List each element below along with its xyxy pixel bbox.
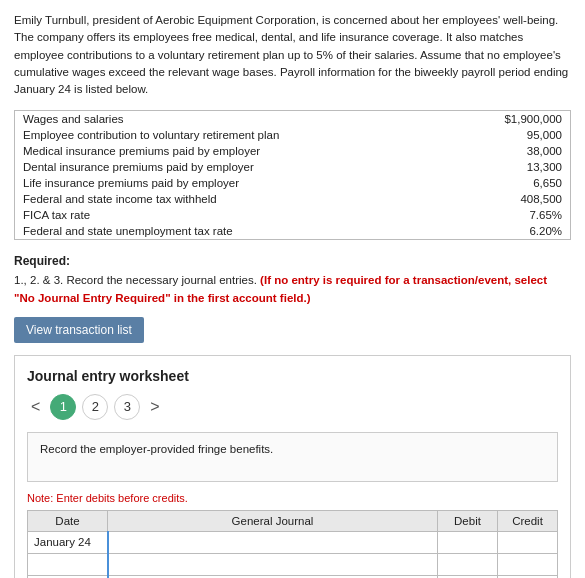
journal-table: Date General Journal Debit Credit Januar… <box>27 510 558 578</box>
payroll-row-value-7: 6.20% <box>376 223 570 239</box>
view-transaction-button[interactable]: View transaction list <box>14 317 144 343</box>
required-text-normal: 1., 2. & 3. Record the necessary journal… <box>14 274 260 286</box>
col-header-debit: Debit <box>438 510 498 531</box>
intro-paragraph: Emily Turnbull, president of Aerobic Equ… <box>14 12 571 98</box>
required-section: Required: 1., 2. & 3. Record the necessa… <box>14 254 571 307</box>
journal-card: Journal entry worksheet < 1 2 3 > Record… <box>14 355 571 578</box>
nav-page-3[interactable]: 3 <box>114 394 140 420</box>
journal-row-date-0: January 24 <box>28 531 108 553</box>
journal-row-journal-input-1[interactable] <box>109 554 438 575</box>
payroll-row-label-1: Employee contribution to voluntary retir… <box>15 127 376 143</box>
journal-nav: < 1 2 3 > <box>27 394 558 420</box>
payroll-row-label-6: FICA tax rate <box>15 207 376 223</box>
payroll-table: Wages and salaries$1,900,000Employee con… <box>14 110 571 240</box>
nav-page-2[interactable]: 2 <box>82 394 108 420</box>
col-header-general-journal: General Journal <box>108 510 438 531</box>
journal-row-credit-1[interactable] <box>498 553 558 575</box>
nav-next-arrow[interactable]: > <box>146 398 163 416</box>
journal-row-date-1 <box>28 553 108 575</box>
payroll-row-value-5: 408,500 <box>376 191 570 207</box>
journal-row-journal-1[interactable] <box>108 553 438 575</box>
payroll-row-value-3: 13,300 <box>376 159 570 175</box>
payroll-row-value-4: 6,650 <box>376 175 570 191</box>
journal-row-debit-input-0[interactable] <box>438 532 497 553</box>
journal-row-debit-input-1[interactable] <box>438 554 497 575</box>
payroll-row-label-5: Federal and state income tax withheld <box>15 191 376 207</box>
col-header-credit: Credit <box>498 510 558 531</box>
payroll-row-value-2: 38,000 <box>376 143 570 159</box>
nav-prev-arrow[interactable]: < <box>27 398 44 416</box>
nav-page-1[interactable]: 1 <box>50 394 76 420</box>
payroll-row-value-6: 7.65% <box>376 207 570 223</box>
journal-row-journal-0[interactable] <box>108 531 438 553</box>
required-instructions: 1., 2. & 3. Record the necessary journal… <box>14 272 571 307</box>
payroll-row-label-4: Life insurance premiums paid by employer <box>15 175 376 191</box>
payroll-row-label-7: Federal and state unemployment tax rate <box>15 223 376 239</box>
journal-row-journal-input-0[interactable] <box>109 532 438 553</box>
col-header-date: Date <box>28 510 108 531</box>
instruction-box: Record the employer-provided fringe bene… <box>27 432 558 482</box>
payroll-row-label-0: Wages and salaries <box>15 111 376 127</box>
journal-row-credit-input-0[interactable] <box>498 532 557 553</box>
note-text: Note: Enter debits before credits. <box>27 492 558 504</box>
journal-row-credit-0[interactable] <box>498 531 558 553</box>
required-label: Required: <box>14 254 571 268</box>
journal-row-debit-1[interactable] <box>438 553 498 575</box>
journal-row-credit-input-1[interactable] <box>498 554 557 575</box>
journal-title: Journal entry worksheet <box>27 368 558 384</box>
payroll-row-value-0: $1,900,000 <box>376 111 570 127</box>
payroll-row-label-2: Medical insurance premiums paid by emplo… <box>15 143 376 159</box>
payroll-row-value-1: 95,000 <box>376 127 570 143</box>
payroll-row-label-3: Dental insurance premiums paid by employ… <box>15 159 376 175</box>
journal-row-debit-0[interactable] <box>438 531 498 553</box>
